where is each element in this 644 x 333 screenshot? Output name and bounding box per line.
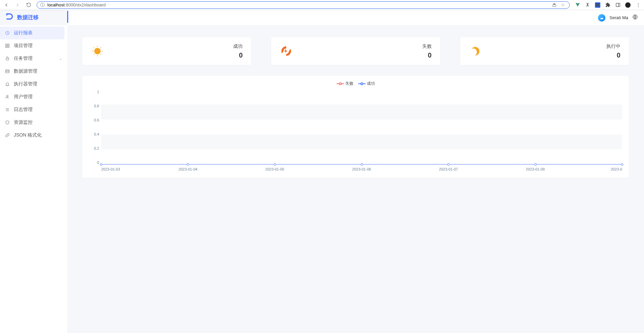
stat-label: 执行中 <box>606 43 620 49</box>
chart-point <box>621 163 624 166</box>
x-tick: 2023-0 <box>611 167 622 171</box>
sidebar-item-logs[interactable]: 日志管理 <box>0 103 67 116</box>
legend-marker-icon <box>337 82 344 85</box>
sidebar-item-dashboard[interactable]: 运行报表 <box>0 27 65 39</box>
forward-button[interactable] <box>14 2 20 8</box>
extension-r-icon[interactable]: R <box>595 2 600 8</box>
sidebar-item-json[interactable]: JSON 格式化 <box>0 129 67 142</box>
extension-toolbar: X R ⋮ <box>575 2 641 8</box>
sidebar-item-executor[interactable]: 执行器管理 <box>0 78 67 90</box>
chart-point <box>360 163 363 166</box>
language-icon[interactable] <box>632 14 638 22</box>
user-icon <box>5 95 10 99</box>
y-tick: 0 <box>97 160 99 164</box>
sidebar-menu: 运行报表 项目管理 任务管理 ⌄ 数据源管理 执行器管理 用户管理 <box>0 25 67 333</box>
sidebar-item-label: 日志管理 <box>14 107 33 113</box>
chart-point <box>534 163 536 166</box>
app-logo[interactable]: 数据迁移 <box>0 10 67 25</box>
bookmark-icon[interactable]: ☆ <box>560 2 566 8</box>
reload-button[interactable] <box>26 2 32 8</box>
svg-point-17 <box>94 48 101 54</box>
chart-y-axis: 10.80.60.40.20 <box>89 90 101 164</box>
back-button[interactable] <box>3 2 9 8</box>
chart-plot <box>101 90 622 164</box>
list-icon <box>5 69 10 74</box>
url-text: localhost:8000/dx2/dashboard <box>47 2 549 7</box>
app-title: 数据迁移 <box>17 14 39 21</box>
link-icon <box>5 133 10 138</box>
stat-value: 0 <box>233 51 243 59</box>
x-tick: 2023-01-08 <box>526 167 545 171</box>
user-name[interactable]: Serati Ma <box>609 15 628 20</box>
y-tick: 1 <box>97 90 99 94</box>
sidebar-item-label: 数据源管理 <box>14 68 37 74</box>
sidebar-item-users[interactable]: 用户管理 <box>0 90 67 103</box>
shield-icon <box>5 120 10 125</box>
stat-card-success: 成功 0 <box>82 37 251 65</box>
share-icon[interactable] <box>551 2 557 8</box>
y-tick: 0.2 <box>94 146 99 150</box>
sidebar-item-label: 执行器管理 <box>14 81 37 87</box>
moon-icon <box>469 44 482 58</box>
x-tick: 2023-01-05 <box>265 167 284 171</box>
svg-rect-9 <box>6 70 9 73</box>
legend-marker-icon <box>358 82 366 85</box>
y-tick: 0.4 <box>94 132 99 136</box>
bell-icon <box>5 82 10 86</box>
bolt-icon <box>280 44 293 58</box>
sidebar-item-projects[interactable]: 项目管理 <box>0 39 67 52</box>
active-tab-indicator <box>67 11 68 23</box>
stat-row: 成功 0 失败 0 <box>82 37 629 65</box>
stat-label: 失败 <box>422 43 432 49</box>
avatar[interactable]: ☁ <box>598 14 605 22</box>
legend-label: 失败 <box>345 81 353 86</box>
chart-x-axis: 2023-01-032023-01-042023-01-052023-01-06… <box>101 167 622 172</box>
svg-rect-1 <box>616 3 619 7</box>
legend-fail[interactable]: 失败 <box>337 81 353 86</box>
grid-band <box>101 135 622 149</box>
sidebar-item-label: 资源监控 <box>14 119 33 125</box>
extensions-icon[interactable] <box>605 2 610 8</box>
side-panel-icon[interactable] <box>615 2 620 8</box>
sidebar-item-monitor[interactable]: 资源监控 <box>0 116 67 129</box>
x-tick: 2023-01-04 <box>178 167 197 171</box>
lock-icon <box>5 56 10 61</box>
appstore-icon <box>5 43 10 48</box>
sidebar-item-datasource[interactable]: 数据源管理 <box>0 65 67 78</box>
chart-point <box>447 163 449 166</box>
sidebar: 数据迁移 运行报表 项目管理 任务管理 ⌄ 数据源管理 执行器管理 <box>0 10 67 333</box>
browser-menu-icon[interactable]: ⋮ <box>635 2 641 8</box>
chevron-down-icon: ⌄ <box>59 57 62 61</box>
topbar: ☁ Serati Ma <box>67 10 644 25</box>
sidebar-item-tasks[interactable]: 任务管理 ⌄ <box>0 52 67 65</box>
chart-point <box>273 163 276 166</box>
x-tick: 2023-01-06 <box>352 167 371 171</box>
svg-rect-7 <box>8 46 9 47</box>
legend-label: 成功 <box>367 81 375 86</box>
x-tick: 2023-01-03 <box>101 167 120 171</box>
sidebar-item-label: 任务管理 <box>14 56 33 62</box>
y-tick: 0.6 <box>94 118 99 122</box>
y-tick: 0.8 <box>94 104 99 108</box>
legend-success[interactable]: 成功 <box>358 81 375 86</box>
sidebar-item-label: 项目管理 <box>14 43 33 49</box>
bars-icon <box>5 107 10 112</box>
extension-x-icon[interactable]: X <box>585 2 590 8</box>
stat-card-running: 执行中 0 <box>460 37 629 65</box>
address-bar[interactable]: ⓘ localhost:8000/dx2/dashboard ☆ <box>37 1 570 9</box>
site-info-icon[interactable]: ⓘ <box>40 2 45 8</box>
logo-icon <box>5 12 14 23</box>
browser-chrome: ⓘ localhost:8000/dx2/dashboard ☆ X R ⋮ <box>0 0 644 10</box>
chart-card: 失败 成功 10.80.60.40.20 2023-01-032023- <box>82 76 629 178</box>
stat-value: 0 <box>422 51 432 59</box>
x-tick: 2023-01-07 <box>439 167 458 171</box>
main-content: ☁ Serati Ma 成功 0 <box>67 10 644 333</box>
chart-point <box>100 163 102 166</box>
stat-card-fail: 失败 0 <box>271 37 440 65</box>
vue-devtools-icon[interactable] <box>575 2 580 8</box>
chart-legend: 失败 成功 <box>89 79 622 88</box>
grid-band <box>101 105 622 119</box>
svg-rect-8 <box>6 58 9 60</box>
browser-profile-icon[interactable] <box>625 2 631 8</box>
chart-point <box>187 163 189 166</box>
